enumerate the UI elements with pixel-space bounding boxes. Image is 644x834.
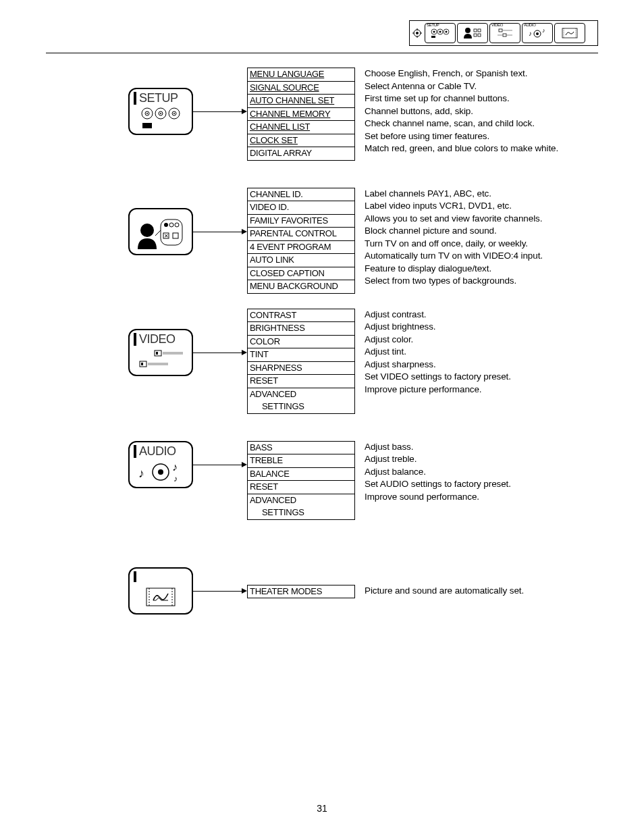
setup-title: SETUP <box>134 91 188 105</box>
desc-text: Check channel name, scan, and child lock… <box>365 118 558 130</box>
header-audio-icon: AUDIO ♪♪ <box>522 23 553 43</box>
svg-rect-14 <box>474 29 477 32</box>
svg-point-57 <box>158 469 163 475</box>
page-number: 31 <box>0 803 644 814</box>
menu-item: BASS <box>248 442 354 455</box>
svg-point-41 <box>164 223 168 227</box>
desc-text: Picture and sound are automatically set. <box>365 585 524 598</box>
svg-rect-12 <box>431 36 435 38</box>
menu-item: MENU BACKGROUND <box>248 280 354 293</box>
svg-point-38 <box>173 113 175 114</box>
user-menu: CHANNEL ID. VIDEO ID. FAMILY FAVORITES P… <box>247 188 355 294</box>
svg-rect-18 <box>499 29 502 32</box>
desc-text: Adjust sharpness. <box>365 359 511 371</box>
svg-point-25 <box>536 32 539 35</box>
menu-item: RESET <box>248 481 354 494</box>
desc-text: Adjust tint. <box>365 346 511 359</box>
arrow-icon <box>193 465 247 465</box>
theater-menu: THEATER MODES <box>247 585 355 599</box>
setup-desc: Choose English, French, or Spanish text.… <box>365 68 558 155</box>
desc-text: Adjust bass. <box>365 441 511 454</box>
svg-text:♪: ♪ <box>173 474 178 484</box>
svg-rect-46 <box>173 233 178 238</box>
svg-point-48 <box>140 224 154 237</box>
user-desc: Label channels PAY1, ABC, etc. Label vid… <box>365 188 543 288</box>
svg-text:♪: ♪ <box>542 27 545 34</box>
desc-text: Set VIDEO settings to factory preset. <box>365 371 511 384</box>
nav-dot-icon <box>412 28 422 38</box>
video-desc: Adjust contrast. Adjust brightness. Adju… <box>365 309 511 396</box>
svg-rect-53 <box>141 363 143 365</box>
svg-line-47 <box>155 230 161 236</box>
desc-text: Set before using timer features. <box>365 130 558 143</box>
section-user: ✕ CHANNEL ID. VIDEO ID. FAMILY FAVORITES… <box>128 188 601 294</box>
setup-menu: MENU LANGUAGE SIGNAL SOURCE AUTO CHANNEL… <box>247 68 355 161</box>
arrow-icon <box>193 353 247 353</box>
svg-rect-15 <box>478 29 481 32</box>
desc-text: Label channels PAY1, ABC, etc. <box>365 188 543 201</box>
content-area: SETUP MENU LANGUAGE SIGNAL SOURCE AUTO C… <box>128 68 601 642</box>
video-menu: CONTRAST BRIGHTNESS COLOR TINT SHARPNESS… <box>247 309 355 414</box>
desc-text: Feature to display dialogue/text. <box>365 263 543 276</box>
setup-graphic-icon <box>134 105 188 132</box>
desc-text: Adjust contrast. <box>365 309 511 321</box>
svg-point-36 <box>160 113 161 114</box>
arrow-icon <box>193 232 247 232</box>
desc-text: Channel buttons, add, skip. <box>365 105 558 118</box>
theater-title <box>134 571 188 583</box>
menu-item: THEATER MODES <box>248 585 354 598</box>
header-audio-label: AUDIO <box>524 23 536 27</box>
section-setup: SETUP MENU LANGUAGE SIGNAL SOURCE AUTO C… <box>128 68 601 161</box>
desc-text: Block channel picture and sound. <box>365 225 543 238</box>
user-graphic-icon: ✕ <box>134 211 188 252</box>
svg-point-11 <box>446 31 448 33</box>
svg-text:♪: ♪ <box>529 30 532 37</box>
theater-desc: Picture and sound are automatically set. <box>365 585 524 598</box>
menu-item: CONTRAST <box>248 309 354 323</box>
desc-text: First time set up for channel buttons. <box>365 93 558 105</box>
svg-rect-50 <box>156 352 158 355</box>
menu-item: SHARPNESS <box>248 362 354 375</box>
menu-item: ADVANCEDSETTINGS <box>248 388 354 413</box>
svg-rect-16 <box>474 34 477 36</box>
svg-point-1 <box>416 32 419 34</box>
desc-text: Choose English, French, or Spanish text. <box>365 68 558 80</box>
desc-text: Adjust treble. <box>365 453 511 466</box>
desc-text: Automatically turn TV on with VIDEO:4 in… <box>365 250 543 263</box>
menu-item: CLOSED CAPTION <box>248 267 354 281</box>
menu-item: 4 EVENT PROGRAM <box>248 241 354 255</box>
menu-item: CHANNEL MEMORY <box>248 108 354 122</box>
desc-text: Adjust brightness. <box>365 321 511 334</box>
desc-text: Set AUDIO settings to factory preset. <box>365 478 511 491</box>
audio-title: AUDIO <box>134 444 188 459</box>
svg-point-43 <box>175 223 179 227</box>
svg-rect-51 <box>163 352 183 355</box>
svg-rect-54 <box>148 363 168 365</box>
menu-item: BALANCE <box>248 468 354 481</box>
header-icon-strip: SETUP VIDEO AUDIO ♪♪ <box>409 20 598 46</box>
svg-point-34 <box>146 113 148 114</box>
desc-text: Adjust balance. <box>365 466 511 479</box>
svg-point-42 <box>169 223 173 227</box>
menu-item: AUTO LINK <box>248 254 354 267</box>
header-user-icon <box>457 23 488 43</box>
header-video-icon: VIDEO <box>489 23 520 43</box>
menu-item: TINT <box>248 348 354 362</box>
menu-item: CHANNEL ID. <box>248 188 354 202</box>
svg-rect-39 <box>142 123 152 128</box>
arrow-icon <box>193 591 247 592</box>
user-icon-box: ✕ <box>128 208 193 255</box>
section-theater: THEATER MODES Picture and sound are auto… <box>128 567 601 615</box>
svg-text:♪: ♪ <box>138 467 144 480</box>
section-video: VIDEO CONTRAST BRIGHTNESS COLOR TINT SHA… <box>128 309 601 414</box>
svg-point-13 <box>465 28 471 33</box>
svg-rect-60 <box>146 588 175 606</box>
menu-item: VIDEO ID. <box>248 201 354 215</box>
setup-icon-box: SETUP <box>128 88 193 135</box>
header-rule <box>46 53 598 53</box>
header-theater-icon <box>554 23 585 43</box>
audio-desc: Adjust bass. Adjust treble. Adjust balan… <box>365 441 511 504</box>
menu-item: BRIGHTNESS <box>248 322 354 336</box>
audio-icon-box: AUDIO ♪ ♪ ♪ <box>128 441 193 488</box>
menu-item: AUTO CHANNEL SET <box>248 95 354 108</box>
